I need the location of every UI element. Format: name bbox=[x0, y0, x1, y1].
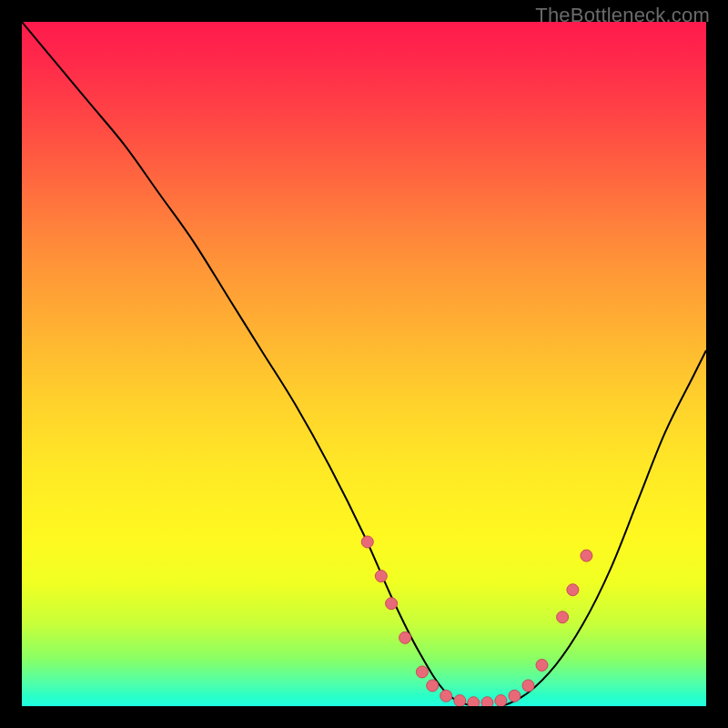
data-marker bbox=[454, 695, 466, 707]
data-marker bbox=[581, 550, 592, 561]
watermark-text: TheBottleneck.com bbox=[535, 4, 710, 27]
data-marker bbox=[495, 695, 507, 707]
data-marker bbox=[361, 536, 373, 548]
plot-area bbox=[22, 22, 706, 706]
data-marker bbox=[522, 680, 534, 692]
data-marker bbox=[399, 632, 411, 643]
marker-group bbox=[361, 536, 592, 706]
data-marker bbox=[468, 697, 480, 706]
data-marker bbox=[567, 584, 579, 596]
data-marker bbox=[536, 659, 548, 671]
data-marker bbox=[416, 666, 428, 678]
data-marker bbox=[509, 690, 521, 702]
data-marker bbox=[440, 690, 452, 702]
data-marker bbox=[375, 571, 387, 582]
data-marker bbox=[481, 697, 493, 706]
curve-layer bbox=[22, 22, 706, 706]
data-marker bbox=[386, 598, 398, 610]
bottleneck-curve bbox=[22, 22, 706, 706]
chart-frame: TheBottleneck.com bbox=[0, 0, 728, 728]
data-marker bbox=[557, 612, 569, 623]
data-marker bbox=[427, 680, 439, 692]
